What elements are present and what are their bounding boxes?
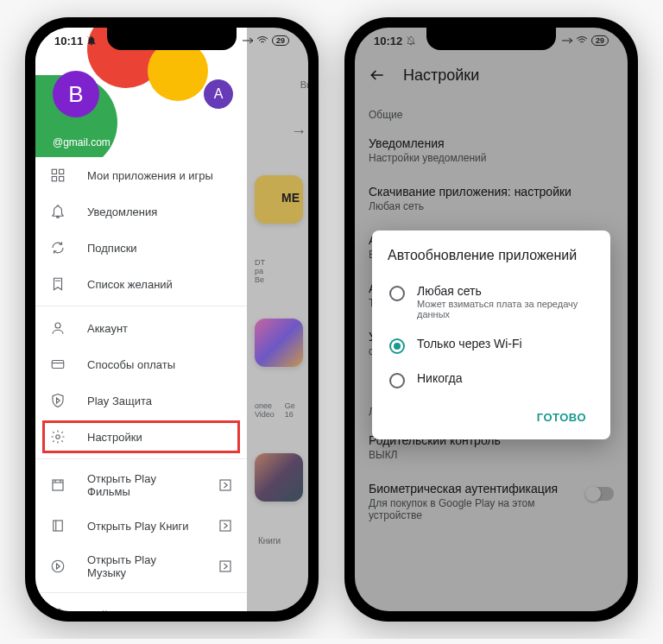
navigation-drawer: B A @gmail.com ▾ Мои приложения и игры У… — [35, 28, 247, 611]
menu-play-music[interactable]: Открыть Play Музыку — [35, 544, 247, 589]
menu-play-books[interactable]: Открыть Play Книги — [35, 508, 247, 544]
screen-right: 10:12 29 Настройки Общие Уведомления Нас… — [355, 28, 628, 611]
menu-play-protect[interactable]: Play Защита — [35, 382, 247, 419]
external-icon — [218, 559, 233, 574]
svg-point-6 — [56, 435, 60, 439]
svg-rect-12 — [220, 561, 230, 571]
svg-rect-10 — [220, 521, 230, 531]
radio-icon — [389, 286, 405, 301]
svg-rect-2 — [52, 177, 56, 181]
svg-point-13 — [52, 609, 64, 611]
svg-rect-9 — [54, 521, 63, 531]
airplane-icon — [243, 36, 253, 45]
menu-label: Аккаунт — [87, 322, 233, 335]
wifi-icon — [576, 36, 588, 45]
phone-frame-right: 10:12 29 Настройки Общие Уведомления Нас… — [344, 17, 638, 622]
note-icon — [49, 606, 66, 611]
menu-notifications[interactable]: Уведомления — [35, 193, 247, 230]
bell-icon — [49, 203, 66, 220]
auto-update-dialog: Автообновление приложений Любая сеть Мож… — [372, 230, 610, 439]
divider — [35, 458, 247, 459]
svg-point-11 — [52, 560, 64, 572]
menu-label: Найти музыку — [87, 609, 233, 612]
drawer-body: Мои приложения и игры Уведомления Подпис… — [35, 157, 247, 611]
menu-label: Список желаний — [87, 278, 233, 291]
bell-off-icon — [406, 35, 416, 46]
avatar-secondary[interactable]: A — [204, 79, 233, 109]
wifi-icon — [256, 36, 268, 45]
notch — [107, 28, 237, 50]
menu-label: Открыть Play Музыку — [87, 553, 197, 579]
svg-rect-0 — [52, 169, 56, 174]
phone-frame-left: 10:11 29 Вы → ME DT pa Be onee VideoGe 1… — [25, 17, 319, 622]
radio-wifi-only[interactable]: Только через Wi-Fi — [388, 328, 595, 363]
menu-subscriptions[interactable]: Подписки — [35, 230, 247, 266]
menu-label: Открыть Play Книги — [87, 520, 197, 533]
menu-find-music[interactable]: Найти музыку — [35, 597, 247, 611]
shield-icon — [49, 392, 66, 409]
status-time: 10:12 — [374, 35, 402, 47]
radio-never[interactable]: Никогда — [388, 363, 595, 397]
avatar-primary[interactable]: B — [53, 71, 99, 117]
radio-icon — [389, 338, 405, 354]
menu-my-apps[interactable]: Мои приложения и игры — [35, 157, 247, 193]
svg-rect-3 — [60, 177, 64, 181]
status-time: 10:11 — [54, 35, 83, 47]
svg-rect-5 — [52, 361, 64, 369]
bookmark-icon — [49, 275, 66, 293]
svg-point-4 — [55, 323, 60, 328]
radio-icon — [389, 373, 405, 388]
external-icon — [218, 477, 233, 493]
menu-label: Подписки — [87, 242, 233, 255]
svg-rect-1 — [60, 169, 64, 174]
battery-indicator: 29 — [591, 35, 609, 46]
menu-play-movies[interactable]: Открыть Play Фильмы — [35, 463, 247, 508]
account-email: @gmail.com — [53, 136, 110, 148]
radio-any-network[interactable]: Любая сеть Может взиматься плата за пере… — [388, 275, 595, 328]
menu-wishlist[interactable]: Список желаний — [35, 266, 247, 302]
done-button[interactable]: ГОТОВО — [528, 404, 595, 431]
menu-account[interactable]: Аккаунт — [35, 310, 247, 346]
notch — [426, 28, 556, 50]
battery-indicator: 29 — [272, 35, 289, 46]
menu-label: Открыть Play Фильмы — [87, 472, 197, 498]
person-icon — [49, 319, 66, 337]
svg-rect-7 — [53, 480, 63, 490]
screen-left: 10:11 29 Вы → ME DT pa Be onee VideoGe 1… — [35, 28, 308, 611]
grid-icon — [49, 167, 66, 184]
card-icon — [49, 356, 66, 373]
movies-icon — [49, 477, 66, 494]
divider — [35, 306, 247, 306]
books-icon — [49, 517, 66, 534]
menu-settings[interactable]: Настройки — [35, 419, 247, 455]
refresh-icon — [49, 239, 66, 256]
menu-payment[interactable]: Способы оплаты — [35, 346, 247, 382]
external-icon — [218, 518, 233, 534]
menu-label: Play Защита — [87, 395, 233, 407]
divider — [35, 592, 247, 593]
account-expand-icon[interactable]: ▾ — [224, 136, 230, 148]
music-icon — [49, 558, 66, 575]
dialog-title: Автообновление приложений — [388, 248, 595, 263]
gear-icon — [49, 428, 66, 445]
airplane-icon — [562, 36, 572, 45]
svg-rect-8 — [220, 480, 230, 490]
menu-label: Мои приложения и игры — [87, 169, 233, 182]
bell-off-icon — [86, 35, 97, 46]
menu-label: Способы оплаты — [87, 358, 233, 371]
menu-label: Уведомления — [87, 205, 233, 218]
menu-label: Настройки — [87, 431, 233, 444]
